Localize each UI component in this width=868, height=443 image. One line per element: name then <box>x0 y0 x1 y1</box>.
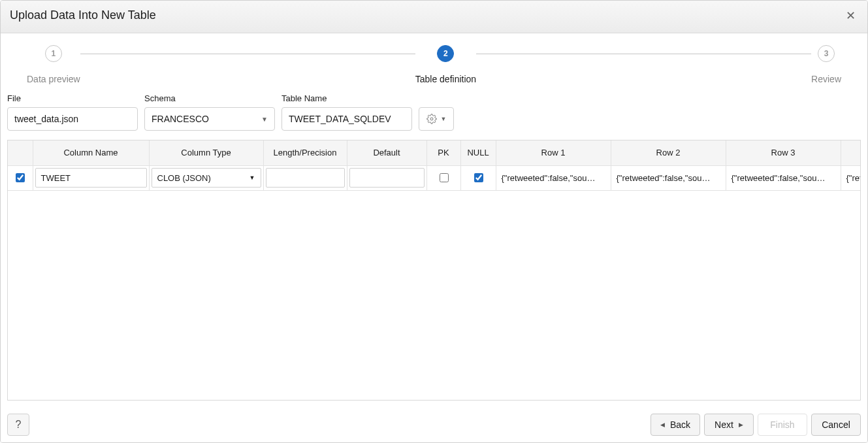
cell-row1: {"retweeted":false,"sou… <box>496 165 611 190</box>
schema-select[interactable]: FRANCESCO ▼ <box>144 107 275 131</box>
table-header-row: Column Name Column Type Length/Precision… <box>8 140 861 165</box>
cell-null <box>460 165 496 190</box>
cell-row3: {"retweeted":false,"sou… <box>726 165 841 190</box>
step-data-preview[interactable]: 1 Data preview <box>27 45 80 84</box>
finish-label: Finish <box>770 419 794 430</box>
columns-table: Column Name Column Type Length/Precision… <box>7 140 861 401</box>
cell-include <box>8 165 33 190</box>
cell-pk <box>426 165 460 190</box>
step-review[interactable]: 3 Review <box>811 45 841 84</box>
th-row4 <box>841 140 861 165</box>
null-checkbox[interactable] <box>474 173 483 182</box>
column-type-select[interactable]: CLOB (JSON) ▼ <box>152 168 261 188</box>
th-null: NULL <box>460 140 496 165</box>
column-name-input[interactable]: TWEET <box>35 168 147 188</box>
schema-label: Schema <box>144 93 275 103</box>
default-input[interactable] <box>349 168 425 188</box>
dialog-footer: ? ◀ Back Next ▶ Finish Cancel <box>1 407 867 442</box>
step-label: Table definition <box>415 74 476 84</box>
footer-buttons: ◀ Back Next ▶ Finish Cancel <box>651 414 861 436</box>
file-value: tweet_data.json <box>14 114 78 124</box>
th-pk: PK <box>426 140 460 165</box>
file-label: File <box>7 93 138 103</box>
step-number: 2 <box>437 45 454 62</box>
th-row2: Row 2 <box>611 140 726 165</box>
help-icon: ? <box>16 419 22 431</box>
close-icon[interactable]: ✕ <box>843 10 858 22</box>
th-len: Length/Precision <box>263 140 347 165</box>
caret-down-icon: ▼ <box>249 174 255 181</box>
step-number: 3 <box>818 45 835 62</box>
schema-group: Schema FRANCESCO ▼ <box>144 93 275 131</box>
step-label: Review <box>811 74 841 84</box>
step-table-definition[interactable]: 2 Table definition <box>415 45 476 84</box>
gear-icon <box>426 114 437 124</box>
file-group: File tweet_data.json <box>7 93 138 131</box>
table-name-label: Table Name <box>281 93 412 103</box>
th-name: Column Name <box>33 140 149 165</box>
table-row: TWEET CLOB (JSON) ▼ <box>8 165 861 190</box>
cancel-label: Cancel <box>822 419 850 430</box>
table-name-value: TWEET_DATA_SQLDEV <box>289 114 391 124</box>
th-row1: Row 1 <box>496 140 611 165</box>
step-number: 1 <box>45 45 62 62</box>
cancel-button[interactable]: Cancel <box>811 414 861 436</box>
wizard-stepper: 1 Data preview 2 Table definition 3 Revi… <box>1 33 867 84</box>
th-type: Column Type <box>149 140 263 165</box>
dialog-header: Upload Data Into New Table ✕ <box>1 1 867 33</box>
table-name-input[interactable]: TWEET_DATA_SQLDEV <box>281 107 412 131</box>
file-input[interactable]: tweet_data.json <box>7 107 138 131</box>
settings-button[interactable]: ▼ <box>419 107 454 131</box>
cell-len <box>263 165 347 190</box>
triangle-left-icon: ◀ <box>660 421 665 428</box>
th-check <box>8 140 33 165</box>
help-button[interactable]: ? <box>7 414 29 436</box>
caret-down-icon: ▼ <box>261 116 268 123</box>
length-input[interactable] <box>266 168 345 188</box>
th-def: Default <box>347 140 426 165</box>
step-connector <box>476 54 811 54</box>
cell-row2: {"retweeted":false,"sou… <box>611 165 726 190</box>
cell-type: CLOB (JSON) ▼ <box>149 165 263 190</box>
step-label: Data preview <box>27 74 80 84</box>
form-row: File tweet_data.json Schema FRANCESCO ▼ … <box>1 84 867 136</box>
back-button[interactable]: ◀ Back <box>651 414 700 436</box>
upload-dialog: Upload Data Into New Table ✕ 1 Data prev… <box>0 0 868 443</box>
svg-point-0 <box>430 118 433 120</box>
step-connector <box>80 54 415 54</box>
settings-group: ▼ <box>419 93 454 131</box>
include-checkbox[interactable] <box>16 173 25 182</box>
column-name-value: TWEET <box>41 173 71 183</box>
next-label: Next <box>715 419 733 430</box>
cell-def <box>347 165 426 190</box>
cell-name: TWEET <box>33 165 149 190</box>
triangle-right-icon: ▶ <box>739 421 743 428</box>
schema-value: FRANCESCO <box>152 114 209 124</box>
table-name-group: Table Name TWEET_DATA_SQLDEV <box>281 93 412 131</box>
cell-row4: {"ret <box>841 165 861 190</box>
th-row3: Row 3 <box>726 140 841 165</box>
finish-button: Finish <box>758 414 807 436</box>
next-button[interactable]: Next ▶ <box>704 414 754 436</box>
dialog-title: Upload Data Into New Table <box>10 8 156 22</box>
pk-checkbox[interactable] <box>440 173 449 182</box>
column-type-value: CLOB (JSON) <box>157 173 211 183</box>
back-label: Back <box>670 419 690 430</box>
caret-down-icon: ▼ <box>441 116 447 122</box>
